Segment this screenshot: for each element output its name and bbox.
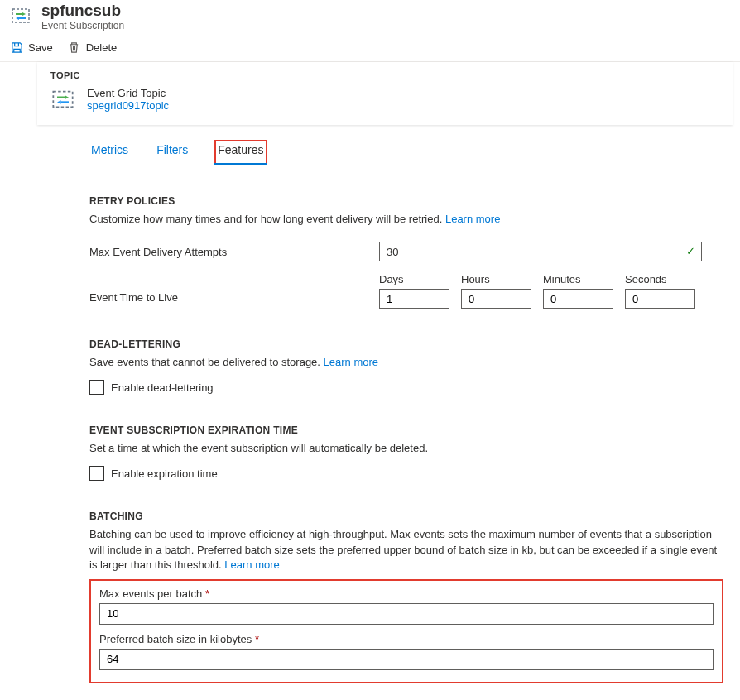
dead-lettering-section: DEAD-LETTERING Save events that cannot b… (89, 338, 723, 395)
max-delivery-input[interactable] (379, 242, 702, 261)
retry-policies-section: RETRY POLICIES Customize how many times … (89, 195, 723, 309)
minutes-label: Minutes (543, 273, 613, 285)
svg-marker-1 (22, 12, 26, 16)
save-button[interactable]: Save (10, 41, 53, 55)
batching-title: BATCHING (89, 511, 723, 522)
batching-learn-more-link[interactable]: Learn more (224, 559, 279, 571)
seconds-input[interactable] (625, 289, 695, 309)
delete-button[interactable]: Delete (68, 41, 118, 55)
max-events-label: Max events per batch * (99, 587, 714, 600)
page-header: spfuncsub Event Subscription (0, 0, 740, 36)
hours-label: Hours (461, 273, 531, 285)
retry-desc: Customize how many times and for how lon… (89, 212, 723, 227)
tab-filters[interactable]: Filters (155, 140, 190, 165)
topic-section-label: TOPIC (50, 70, 733, 80)
batching-fields-box: Max events per batch * Preferred batch s… (89, 579, 723, 683)
topic-card: TOPIC Event Grid Topic spegrid0917topic (37, 62, 733, 125)
topic-type: Event Grid Topic (87, 87, 169, 99)
enable-deadlettering-label: Enable dead-lettering (111, 381, 214, 394)
enable-expiration-checkbox[interactable] (89, 466, 104, 481)
tab-features[interactable]: Features (214, 140, 267, 165)
page-subtitle: Event Subscription (41, 20, 124, 31)
expiration-section: EVENT SUBSCRIPTION EXPIRATION TIME Set a… (89, 424, 723, 481)
ttl-label: Event Time to Live (89, 273, 379, 304)
svg-marker-2 (16, 17, 19, 20)
days-input[interactable] (379, 289, 449, 309)
content-area: Metrics Filters Features RETRY POLICIES … (0, 125, 740, 700)
save-icon (10, 41, 23, 55)
tab-list: Metrics Filters Features (89, 140, 723, 165)
tab-metrics[interactable]: Metrics (89, 140, 130, 165)
delete-label: Delete (86, 41, 118, 54)
deadletter-learn-more-link[interactable]: Learn more (324, 356, 378, 368)
topic-link[interactable]: spegrid0917topic (87, 99, 169, 112)
toolbar: Save Delete (0, 36, 740, 62)
days-label: Days (379, 273, 449, 285)
minutes-input[interactable] (543, 289, 613, 309)
expiration-desc: Set a time at which the event subscripti… (89, 441, 723, 456)
expiration-title: EVENT SUBSCRIPTION EXPIRATION TIME (89, 424, 723, 436)
svg-marker-4 (65, 95, 69, 99)
svg-rect-3 (53, 92, 72, 108)
retry-title: RETRY POLICIES (89, 195, 723, 207)
page-title: spfuncsub (41, 2, 124, 20)
svg-rect-0 (12, 9, 29, 22)
subscription-icon (10, 5, 31, 26)
enable-deadlettering-checkbox[interactable] (89, 380, 104, 395)
batch-size-input[interactable] (99, 649, 714, 670)
batching-section: BATCHING Batching can be used to improve… (89, 511, 723, 683)
required-asterisk: * (205, 587, 209, 600)
save-label: Save (28, 41, 53, 54)
deadletter-title: DEAD-LETTERING (89, 338, 723, 350)
retry-learn-more-link[interactable]: Learn more (445, 213, 500, 225)
topic-icon (50, 87, 75, 112)
seconds-label: Seconds (625, 273, 695, 285)
deadletter-desc: Save events that cannot be delivered to … (89, 355, 723, 370)
svg-marker-5 (57, 100, 61, 104)
batch-size-label: Preferred batch size in kilobytes * (99, 633, 714, 645)
required-asterisk: * (255, 633, 259, 645)
hours-input[interactable] (461, 289, 531, 309)
batching-desc: Batching can be used to improve efficien… (89, 527, 723, 573)
max-events-input[interactable] (99, 603, 714, 625)
max-delivery-label: Max Event Delivery Attempts (89, 246, 379, 258)
enable-expiration-label: Enable expiration time (111, 467, 218, 480)
delete-icon (68, 41, 81, 55)
check-icon: ✓ (686, 245, 695, 257)
